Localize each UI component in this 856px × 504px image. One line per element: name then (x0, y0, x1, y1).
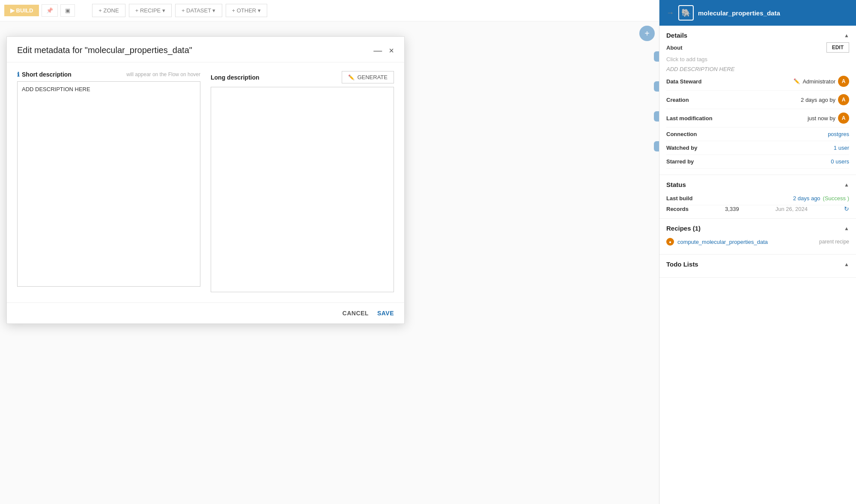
details-label: Details (666, 32, 687, 39)
creation-label: Creation (666, 97, 689, 103)
about-label: About (666, 44, 683, 51)
creation-row: Creation 2 days ago by A (666, 91, 849, 109)
connection-label: Connection (666, 131, 697, 137)
recipes-section: Recipes (1) ▲ ● compute_molecular_proper… (659, 219, 856, 255)
edit-metadata-modal: Edit metadata for "molecular_properties_… (6, 36, 405, 324)
right-panel-header: → 🐘 molecular_properties_data (659, 0, 856, 26)
connection-link[interactable]: postgres (828, 131, 849, 137)
last-mod-value: just now by A (808, 113, 849, 124)
todo-chevron-icon: ▲ (844, 261, 849, 267)
status-chevron-icon: ▲ (844, 182, 849, 188)
last-build-status: (Success ) (823, 195, 849, 202)
last-mod-label: Last modification (666, 115, 713, 122)
details-chevron-icon: ▲ (844, 33, 849, 39)
recipe-status-icon: ● (666, 238, 674, 246)
recipe-row: ● compute_molecular_properties_data pare… (666, 235, 849, 248)
parent-recipe-label: parent recipe (819, 239, 849, 245)
records-date: Jun 26, 2024 (775, 206, 808, 212)
starred-by-row: Starred by 0 users (666, 155, 849, 169)
last-build-value: 2 days ago (Success ) (793, 195, 849, 202)
short-desc-label: ℹ Short description (17, 71, 72, 78)
todo-section: Todo Lists ▲ (659, 255, 856, 278)
status-label: Status (666, 181, 686, 188)
arrow-right-icon: → (666, 9, 674, 18)
details-section-header: Details ▲ (666, 32, 849, 39)
records-label: Records (666, 206, 689, 212)
status-section-header: Status ▲ (666, 181, 849, 188)
watched-by-label: Watched by (666, 145, 697, 151)
records-row: Records 3,339 Jun 26, 2024 ↻ (666, 205, 849, 212)
last-mod-row: Last modification just now by A (666, 109, 849, 127)
short-desc-hint: will appear on the Flow on hover (126, 71, 200, 77)
recipes-label: Recipes (1) (666, 225, 701, 232)
modal-header: Edit metadata for "molecular_properties_… (7, 37, 404, 62)
details-section: Details ▲ About EDIT Click to add tags A… (659, 26, 856, 175)
modal-close-button[interactable]: × (389, 46, 394, 55)
short-desc-header: ℹ Short description will appear on the F… (17, 71, 200, 78)
status-section: Status ▲ Last build 2 days ago (Success … (659, 175, 856, 219)
todo-section-header: Todo Lists ▲ (666, 261, 849, 268)
save-button[interactable]: SAVE (377, 310, 394, 317)
dataset-icon: 🐘 (678, 5, 694, 21)
last-build-row: Last build 2 days ago (Success ) (666, 192, 849, 205)
recipe-link[interactable]: compute_molecular_properties_data (677, 239, 768, 245)
long-desc-textarea[interactable] (211, 87, 394, 292)
modal-controls: — × (373, 46, 394, 55)
info-icon: ℹ (17, 71, 19, 78)
modal-minimize-button[interactable]: — (373, 46, 382, 55)
last-mod-avatar: A (838, 113, 849, 124)
long-desc-header: Long description ✏️ GENERATE (211, 71, 394, 83)
long-desc-label: Long description (211, 74, 259, 81)
modal-body: ℹ Short description will appear on the F… (7, 62, 404, 302)
generate-button[interactable]: ✏️ GENERATE (342, 71, 394, 83)
modal-title: Edit metadata for "molecular_properties_… (17, 45, 192, 55)
recipes-section-header: Recipes (1) ▲ (666, 225, 849, 232)
admin-avatar: A (838, 76, 849, 87)
data-steward-label: Data Steward (666, 78, 701, 85)
refresh-icon[interactable]: ↻ (844, 205, 849, 212)
description-placeholder: ADD DESCRIPTION HERE (666, 66, 849, 72)
edit-button[interactable]: EDIT (826, 42, 849, 53)
right-panel-title: molecular_properties_data (698, 9, 780, 17)
data-steward-row: Data Steward ✏️ Administrator A (666, 72, 849, 91)
generate-icon: ✏️ (348, 74, 355, 80)
tags-placeholder[interactable]: Click to add tags (666, 56, 849, 62)
last-build-ago: 2 days ago (793, 195, 820, 202)
starred-by-link[interactable]: 0 users (831, 158, 849, 165)
watched-by-row: Watched by 1 user (666, 141, 849, 155)
cancel-button[interactable]: CANCEL (343, 310, 369, 317)
creation-value: 2 days ago by A (801, 94, 849, 105)
modal-fields: ℹ Short description will appear on the F… (17, 71, 394, 294)
short-desc-group: ℹ Short description will appear on the F… (17, 71, 200, 294)
data-steward-value: ✏️ Administrator A (793, 76, 849, 87)
about-row: About EDIT (666, 42, 849, 53)
starred-by-label: Starred by (666, 158, 694, 165)
long-desc-group: Long description ✏️ GENERATE (211, 71, 394, 294)
watched-by-link[interactable]: 1 user (834, 145, 849, 151)
last-build-label: Last build (666, 195, 692, 202)
connection-row: Connection postgres (666, 127, 849, 141)
todo-label: Todo Lists (666, 261, 698, 268)
records-count: 3,339 (725, 206, 739, 212)
recipes-chevron-icon: ▲ (844, 225, 849, 231)
creation-avatar: A (838, 94, 849, 105)
right-panel: → 🐘 molecular_properties_data Details ▲ … (659, 0, 856, 504)
modal-footer: CANCEL SAVE (7, 302, 404, 323)
edit-pencil-icon: ✏️ (793, 78, 800, 84)
short-desc-textarea[interactable] (17, 81, 200, 287)
